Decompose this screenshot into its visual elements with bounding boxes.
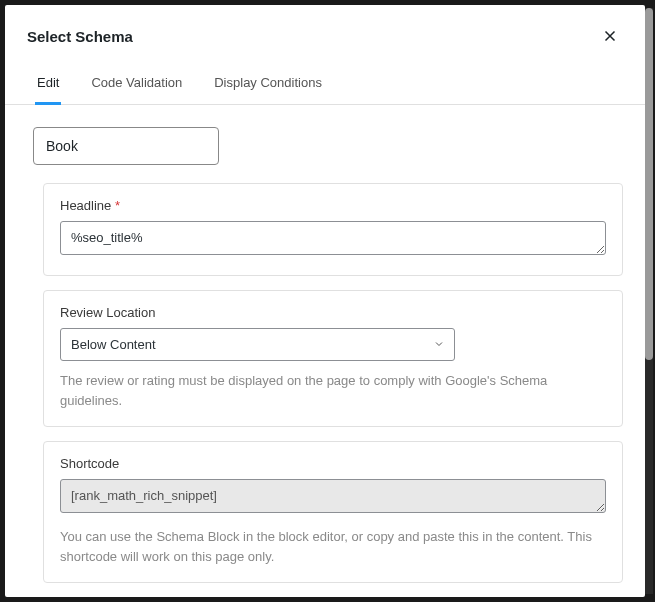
tab-edit[interactable]: Edit: [35, 67, 61, 105]
schema-type-input[interactable]: [33, 127, 219, 165]
headline-field-group: Headline * %seo_title%: [43, 183, 623, 276]
review-location-help: The review or rating must be displayed o…: [60, 371, 606, 410]
schema-modal: Select Schema Edit Code Validation Displ…: [5, 5, 645, 597]
scrollbar-thumb[interactable]: [645, 8, 653, 360]
shortcode-input[interactable]: [rank_math_rich_snippet]: [60, 479, 606, 513]
modal-title: Select Schema: [27, 28, 133, 45]
review-location-select-wrapper: Below Content: [60, 328, 455, 361]
modal-content: Headline * %seo_title% Review Location B…: [5, 105, 645, 597]
headline-label-text: Headline: [60, 198, 111, 213]
review-location-field-group: Review Location Below Content The review…: [43, 290, 623, 427]
required-indicator: *: [115, 198, 120, 213]
tab-display-conditions[interactable]: Display Conditions: [212, 67, 324, 105]
outer-scrollbar[interactable]: [645, 8, 653, 594]
shortcode-help: You can use the Schema Block in the bloc…: [60, 527, 606, 566]
close-button[interactable]: [597, 23, 623, 49]
shortcode-field-group: Shortcode [rank_math_rich_snippet] You c…: [43, 441, 623, 583]
close-icon: [601, 27, 619, 45]
tabs: Edit Code Validation Display Conditions: [5, 59, 645, 105]
tab-code-validation[interactable]: Code Validation: [89, 67, 184, 105]
headline-label: Headline *: [60, 198, 606, 213]
headline-input[interactable]: %seo_title%: [60, 221, 606, 255]
modal-header: Select Schema: [5, 5, 645, 59]
review-location-label: Review Location: [60, 305, 606, 320]
shortcode-label: Shortcode: [60, 456, 606, 471]
review-location-select[interactable]: Below Content: [60, 328, 455, 361]
